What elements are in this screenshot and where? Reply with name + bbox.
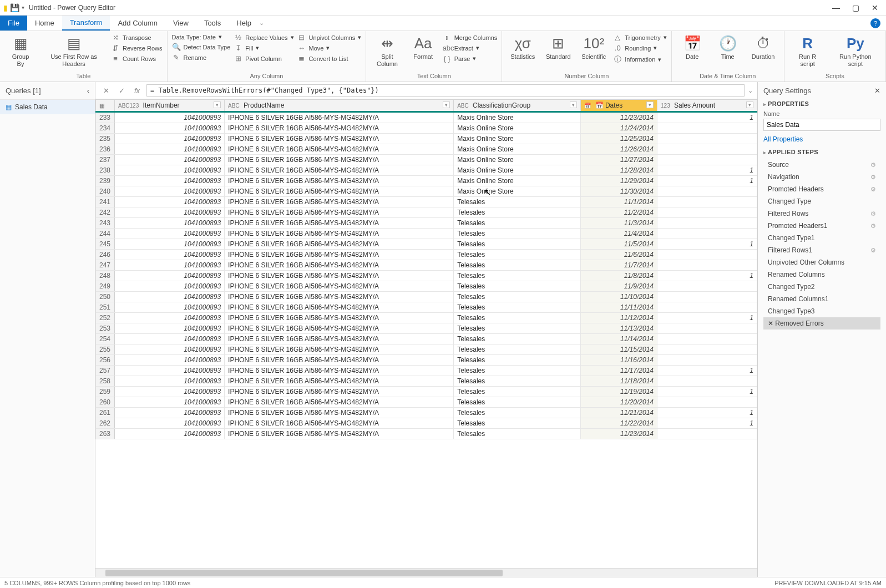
tab-transform[interactable]: Transform — [62, 16, 110, 31]
cell-productname[interactable]: IPHONE 6 SILVER 16GB AI586-MYS-MG482MY/A — [225, 229, 454, 239]
cell-classification[interactable]: Telesales — [454, 218, 581, 229]
row-number[interactable]: 256 — [96, 355, 115, 366]
column-header-sales amount[interactable]: 123 Sales Amount▾ — [657, 100, 757, 112]
cell-date[interactable]: 11/24/2014 — [581, 123, 657, 134]
cell-itemnumber[interactable]: 1041000893 — [115, 292, 225, 302]
cell-classification[interactable]: Telesales — [454, 323, 581, 334]
cell-itemnumber[interactable]: 1041000893 — [115, 260, 225, 271]
cell-classification[interactable]: Telesales — [454, 260, 581, 271]
cell-productname[interactable]: IPHONE 6 SILVER 16GB AI586-MYS-MG482MY/A — [225, 250, 454, 260]
table-row[interactable]: 256 1041000893 IPHONE 6 SILVER 16GB AI58… — [96, 355, 757, 366]
data-grid[interactable]: ▦ABC123 ItemNumber▾ABC ProductName▾ABC C… — [95, 99, 757, 568]
row-number[interactable]: 247 — [96, 260, 115, 271]
cell-date[interactable]: 11/2/2014 — [581, 207, 657, 218]
extract-button[interactable]: abcExtract ▾ — [443, 44, 498, 52]
cell-itemnumber[interactable]: 1041000893 — [115, 207, 225, 218]
cell-productname[interactable]: IPHONE 6 SILVER 16GB AI586-MYS-MG482MY/A — [225, 197, 454, 207]
row-number[interactable]: 261 — [96, 408, 115, 418]
gear-icon[interactable]: ⚙ — [870, 247, 876, 254]
move-button[interactable]: ↔Move ▾ — [297, 44, 362, 52]
cell-amount[interactable] — [657, 229, 757, 239]
cell-itemnumber[interactable]: 1041000893 — [115, 134, 225, 144]
cell-productname[interactable]: IPHONE 6 SILVER 16GB AI586-MYS-MG482MY/A — [225, 281, 454, 292]
cell-amount[interactable] — [657, 197, 757, 207]
column-header-itemnumber[interactable]: ABC123 ItemNumber▾ — [115, 100, 225, 112]
cell-itemnumber[interactable]: 1041000893 — [115, 387, 225, 397]
ribbon-collapse-icon[interactable]: ⌄ — [259, 19, 264, 27]
qat-dropdown-icon[interactable]: ▾ — [22, 4, 24, 11]
properties-section[interactable]: PROPERTIES — [763, 100, 880, 107]
row-number[interactable]: 250 — [96, 292, 115, 302]
applied-step[interactable]: Source⚙ — [763, 159, 880, 171]
row-number[interactable]: 253 — [96, 323, 115, 334]
minimize-button[interactable]: — — [832, 3, 840, 12]
cell-itemnumber[interactable]: 1041000893 — [115, 313, 225, 323]
applied-steps-section[interactable]: APPLIED STEPS — [763, 149, 880, 155]
cell-amount[interactable] — [657, 397, 757, 408]
cell-itemnumber[interactable]: 1041000893 — [115, 197, 225, 207]
cell-date[interactable]: 11/6/2014 — [581, 250, 657, 260]
applied-step[interactable]: Filtered Rows⚙ — [763, 207, 880, 220]
row-number[interactable]: 234 — [96, 123, 115, 134]
cell-productname[interactable]: IPHONE 6 SILVER 16GB AI586-MYS-MG482MY/A — [225, 144, 454, 155]
row-number[interactable]: 238 — [96, 165, 115, 176]
cell-productname[interactable]: IPHONE 6 SILVER 16GB AI586-MYS-MG482MY/A — [225, 313, 454, 323]
cell-amount[interactable] — [657, 123, 757, 134]
gear-icon[interactable]: ⚙ — [870, 186, 876, 193]
cell-amount[interactable]: 1 — [657, 112, 757, 123]
table-row[interactable]: 233 1041000893 IPHONE 6 SILVER 16GB AI58… — [96, 112, 757, 123]
cell-amount[interactable] — [657, 355, 757, 366]
table-row[interactable]: 250 1041000893 IPHONE 6 SILVER 16GB AI58… — [96, 292, 757, 302]
cell-itemnumber[interactable]: 1041000893 — [115, 229, 225, 239]
cell-productname[interactable]: IPHONE 6 SILVER 16GB AI586-MYS-MG482MY/A — [225, 334, 454, 344]
cell-classification[interactable]: Telesales — [454, 408, 581, 418]
split-column-button[interactable]: ⇹Split Column — [371, 33, 403, 70]
horizontal-scrollbar[interactable] — [95, 568, 757, 577]
table-row[interactable]: 243 1041000893 IPHONE 6 SILVER 16GB AI58… — [96, 218, 757, 229]
cell-amount[interactable]: 1 — [657, 165, 757, 176]
cell-amount[interactable]: 1 — [657, 239, 757, 250]
cell-classification[interactable]: Maxis Online Store — [454, 186, 581, 197]
applied-step[interactable]: Navigation⚙ — [763, 171, 880, 183]
row-number[interactable]: 243 — [96, 218, 115, 229]
table-row[interactable]: 242 1041000893 IPHONE 6 SILVER 16GB AI58… — [96, 207, 757, 218]
cell-date[interactable]: 11/11/2014 — [581, 302, 657, 313]
replace-values-button[interactable]: ½Replace Values ▾ — [234, 33, 293, 42]
table-row[interactable]: 263 1041000893 IPHONE 6 SILVER 16GB AI58… — [96, 429, 757, 439]
table-row[interactable]: 248 1041000893 IPHONE 6 SILVER 16GB AI58… — [96, 271, 757, 281]
close-button[interactable]: ✕ — [872, 3, 878, 12]
cell-date[interactable]: 11/5/2014 — [581, 239, 657, 250]
cell-amount[interactable] — [657, 260, 757, 271]
cell-classification[interactable]: Telesales — [454, 366, 581, 376]
cell-itemnumber[interactable]: 1041000893 — [115, 418, 225, 429]
table-row[interactable]: 235 1041000893 IPHONE 6 SILVER 16GB AI58… — [96, 134, 757, 144]
tab-help[interactable]: Help — [229, 16, 259, 31]
cell-itemnumber[interactable]: 1041000893 — [115, 355, 225, 366]
cell-itemnumber[interactable]: 1041000893 — [115, 112, 225, 123]
cell-classification[interactable]: Telesales — [454, 302, 581, 313]
column-header-productname[interactable]: ABC ProductName▾ — [225, 100, 454, 112]
tab-view[interactable]: View — [165, 16, 196, 31]
cell-amount[interactable] — [657, 344, 757, 355]
cell-classification[interactable]: Telesales — [454, 197, 581, 207]
cell-classification[interactable]: Maxis Online Store — [454, 144, 581, 155]
cell-amount[interactable] — [657, 334, 757, 344]
row-number[interactable]: 257 — [96, 366, 115, 376]
cell-productname[interactable]: IPHONE 6 SILVER 16GB AI586-MYS-MG482MY/A — [225, 355, 454, 366]
table-row[interactable]: 245 1041000893 IPHONE 6 SILVER 16GB AI58… — [96, 239, 757, 250]
unpivot-button[interactable]: ⊟Unpivot Columns ▾ — [297, 33, 362, 42]
cell-itemnumber[interactable]: 1041000893 — [115, 281, 225, 292]
rename-button[interactable]: ✎Rename — [172, 53, 231, 62]
table-row[interactable]: 260 1041000893 IPHONE 6 SILVER 16GB AI58… — [96, 397, 757, 408]
table-row[interactable]: 252 1041000893 IPHONE 6 SILVER 16GB AI58… — [96, 313, 757, 323]
cell-classification[interactable]: Telesales — [454, 313, 581, 323]
tab-tools[interactable]: Tools — [196, 16, 229, 31]
cell-itemnumber[interactable]: 1041000893 — [115, 218, 225, 229]
run-python-button[interactable]: PyRun Python script — [830, 33, 881, 70]
filter-dropdown-icon[interactable]: ▾ — [570, 102, 577, 108]
cell-productname[interactable]: IPHONE 6 SILVER 16GB AI586-MYS-MG482MY/A — [225, 397, 454, 408]
cell-classification[interactable]: Maxis Online Store — [454, 123, 581, 134]
cell-date[interactable]: 11/30/2014 — [581, 186, 657, 197]
cell-date[interactable]: 11/12/2014 — [581, 313, 657, 323]
cell-productname[interactable]: IPHONE 6 SILVER 16GB AI586-MYS-MG482MY/A — [225, 239, 454, 250]
